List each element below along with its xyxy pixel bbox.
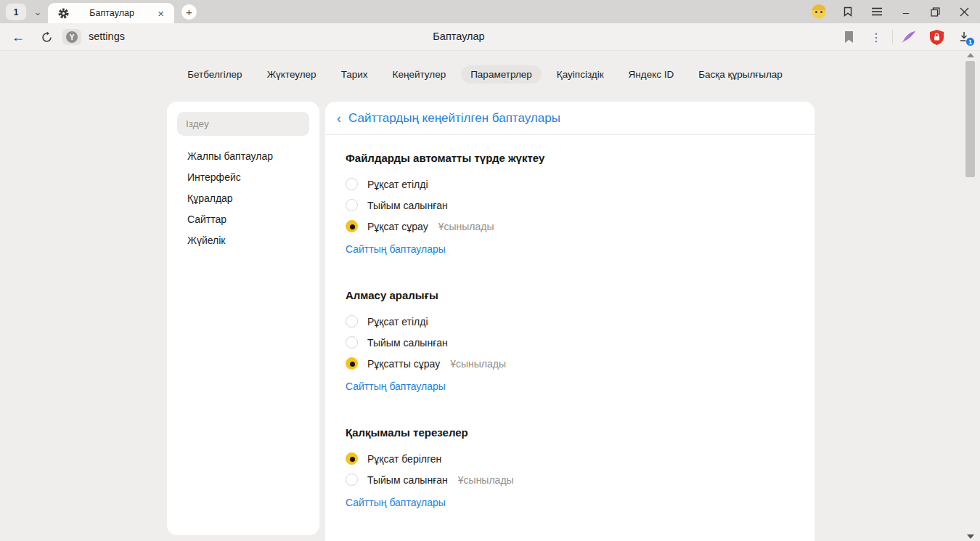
- radio-icon: [346, 199, 358, 211]
- section-title: Қалқымалы терезелер: [346, 426, 794, 439]
- protect-shield-icon[interactable]: [925, 26, 948, 48]
- section-title: Файлдарды автоматты түрде жүктеу: [346, 151, 794, 165]
- section-auto-download: Файлдарды автоматты түрде жүктеу Рұқсат …: [346, 151, 794, 256]
- radio-option[interactable]: Рұқсат етілді: [346, 311, 794, 332]
- page-title: Сайттардың кеңейтілген баптаулары: [348, 111, 560, 126]
- close-window-button[interactable]: [954, 1, 974, 22]
- download-count-badge: 1: [965, 37, 975, 46]
- radio-icon: [346, 315, 358, 328]
- back-heading[interactable]: ‹ Сайттардың кеңейтілген баптаулары: [325, 102, 814, 135]
- radio-selected-icon: [346, 452, 358, 465]
- radio-option[interactable]: Рұқсат етілді: [346, 174, 794, 195]
- recommended-note: Ұсынылады: [450, 358, 506, 370]
- search-input[interactable]: [177, 118, 309, 129]
- restore-button[interactable]: [925, 1, 945, 22]
- scrollbar-thumb[interactable]: [965, 61, 975, 177]
- reload-button[interactable]: [38, 29, 55, 45]
- bookmark-flag-icon[interactable]: [837, 26, 860, 48]
- radio-selected-icon: [346, 357, 358, 370]
- scrollbar-down-arrow[interactable]: [967, 534, 974, 539]
- recommended-note: Ұсынылады: [458, 474, 514, 486]
- minimize-button[interactable]: –: [896, 1, 916, 22]
- address-toolbar: ← Y settings Баптаулар ⋮: [0, 23, 980, 51]
- radio-option[interactable]: Тыйым салынған: [346, 195, 794, 216]
- radio-icon: [346, 473, 358, 486]
- bookmarks-panel-icon[interactable]: [838, 1, 858, 22]
- scrollbar-up-arrow[interactable]: [967, 53, 974, 57]
- nav-tab-other-devices[interactable]: Басқа құрылғылар: [689, 65, 792, 84]
- radio-option[interactable]: Тыйым салынған Ұсынылады: [346, 469, 794, 490]
- site-settings-link[interactable]: Сайттың баптаулары: [346, 379, 446, 394]
- nav-tab-security[interactable]: Қауіпсіздік: [547, 65, 613, 84]
- nav-tab-settings[interactable]: Параметрлер: [461, 65, 542, 84]
- nav-tab-extensions[interactable]: Кеңейтулер: [383, 65, 456, 84]
- browser-tab[interactable]: Баптаулар ×: [48, 3, 174, 23]
- section-title: Алмасу аралығы: [346, 288, 794, 302]
- nav-tab-downloads[interactable]: Жүктеулер: [258, 65, 326, 84]
- avatar: [812, 4, 826, 19]
- tab-close-icon[interactable]: ×: [155, 7, 167, 20]
- toolbar-divider: [892, 30, 893, 44]
- more-options-icon[interactable]: ⋮: [865, 26, 888, 48]
- nav-tab-bookmarks[interactable]: Бетбелгілер: [178, 65, 251, 84]
- settings-main-panel: ‹ Сайттардың кеңейтілген баптаулары Файл…: [325, 102, 814, 541]
- tab-title: Баптаулар: [69, 8, 155, 18]
- settings-sidebar: Жалпы баптаулар Интерфейс Құралдар Сайтт…: [167, 102, 319, 535]
- settings-favicon-icon: Y: [66, 31, 78, 43]
- menu-hamburger-icon[interactable]: [867, 1, 887, 22]
- nav-tab-history[interactable]: Тарих: [332, 65, 377, 84]
- radio-option-selected[interactable]: Рұқсатты сұрау Ұсынылады: [346, 353, 794, 374]
- tab-list-chevron-icon[interactable]: ⌄: [29, 4, 46, 20]
- sidebar-item-sites[interactable]: Сайттар: [167, 209, 319, 230]
- sidebar-item-interface[interactable]: Интерфейс: [167, 167, 319, 188]
- sidebar-item-tools[interactable]: Құралдар: [167, 188, 319, 209]
- site-badge[interactable]: Y: [62, 29, 81, 45]
- downloads-icon[interactable]: 1: [952, 26, 976, 48]
- titlebar: 1 ⌄ Баптаулар × + –: [0, 0, 980, 23]
- back-chevron-icon: ‹: [337, 112, 341, 125]
- address-input[interactable]: settings: [89, 30, 125, 42]
- settings-nav: Бетбелгілер Жүктеулер Тарих Кеңейтулер П…: [0, 65, 970, 84]
- sidebar-item-general[interactable]: Жалпы баптаулар: [167, 146, 319, 167]
- section-popups: Қалқымалы терезелер Рұқсат берілген Тыйы…: [346, 426, 794, 510]
- radio-option-selected[interactable]: Рұқсат сұрау Ұсынылады: [346, 216, 794, 237]
- sidebar-item-system[interactable]: Жүйелік: [167, 230, 319, 251]
- radio-option[interactable]: Тыйым салынған: [346, 332, 794, 353]
- back-button[interactable]: ←: [9, 28, 28, 46]
- sidebar-search[interactable]: [177, 112, 309, 136]
- tab-counter-button[interactable]: 1: [6, 4, 26, 20]
- radio-icon: [346, 178, 358, 190]
- recommended-note: Ұсынылады: [438, 221, 494, 232]
- radio-icon: [346, 336, 358, 349]
- site-settings-link[interactable]: Сайттың баптаулары: [346, 495, 446, 510]
- radio-option-selected[interactable]: Рұқсат берілген: [346, 448, 794, 469]
- section-clipboard: Алмасу аралығы Рұқсат етілді Тыйым салын…: [346, 288, 794, 394]
- radio-selected-icon: [346, 220, 358, 232]
- gear-icon: [58, 8, 69, 19]
- omnibox-page-title: Баптаулар: [433, 30, 484, 42]
- new-tab-button[interactable]: +: [181, 4, 197, 20]
- nav-tab-yandex-id[interactable]: Яндекс ID: [619, 65, 684, 84]
- feather-extension-icon[interactable]: [897, 26, 920, 48]
- profile-avatar[interactable]: [809, 1, 829, 22]
- site-settings-link[interactable]: Сайттың баптаулары: [346, 242, 446, 256]
